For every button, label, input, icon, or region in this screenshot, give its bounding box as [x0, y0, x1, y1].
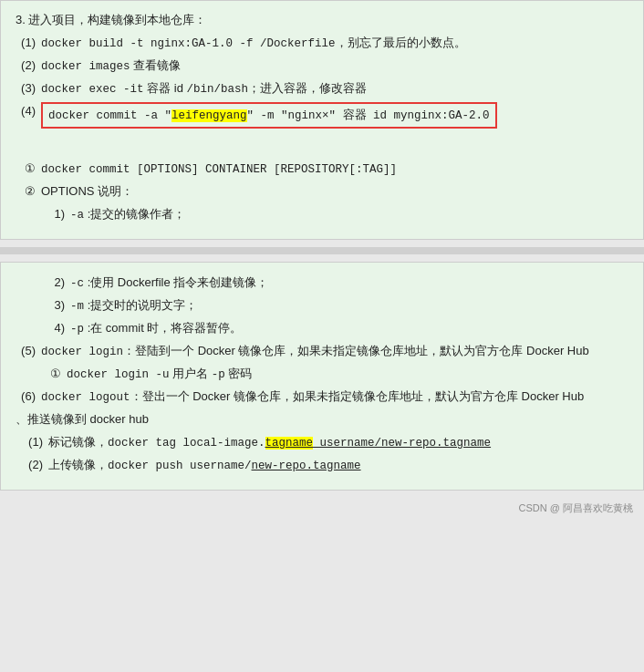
item-num: (4) — [16, 102, 41, 121]
sub-item-2: ② OPTIONS 说明： — [16, 182, 628, 202]
item-content: docker login：登陆到一个 Docker 镜像仓库，如果未指定镜像仓库… — [41, 342, 628, 361]
circle-num: ① — [41, 365, 67, 384]
bottom-item-5: (5) docker login：登陆到一个 Docker 镜像仓库，如果未指定… — [16, 342, 628, 361]
sub-content: -a :提交的镜像作者； — [70, 205, 628, 224]
bottom-item-3: 3) -m :提交时的说明文字； — [16, 296, 628, 315]
tagname-highlight: tagname — [265, 437, 314, 450]
sub-content: docker commit [OPTIONS] CONTAINER [REPOS… — [41, 160, 628, 179]
sub-item-1: ① docker commit [OPTIONS] CONTAINER [REP… — [16, 160, 628, 179]
highlighted-command: docker commit -a "leifengyang" -m "nginx… — [41, 102, 497, 129]
item-num: (6) — [16, 388, 41, 407]
item-content: 上传镜像，docker push username/new-repo.tagna… — [48, 456, 628, 475]
sub-content: OPTIONS 说明： — [41, 182, 628, 202]
item-content: docker build -t nginx:GA-1.0 -f /Dockerf… — [41, 34, 628, 53]
circle-num: ② — [16, 182, 41, 202]
bottom-item-2: 2) -c :使用 Dockerfile 指令来创建镜像； — [16, 274, 628, 293]
push-item-2: (2) 上传镜像，docker push username/new-repo.t… — [16, 456, 628, 475]
list-item-3: (3) docker exec -it 容器 id /bin/bash；进入容器… — [16, 79, 628, 98]
repo-underline: new-repo.tagname — [252, 460, 361, 472]
section-heading: 3. 进入项目，构建镜像到本地仓库： — [16, 12, 628, 28]
push-item-1: (1) 标记镜像，docker tag local-image.tagname … — [16, 433, 628, 452]
author-highlight: leifengyang — [171, 109, 247, 122]
bottom-card: 2) -c :使用 Dockerfile 指令来创建镜像； 3) -m :提交时… — [0, 262, 644, 491]
item-content-highlighted: docker commit -a "leifengyang" -m "nginx… — [41, 102, 628, 129]
footer-text: CSDN @ 阿昌喜欢吃黄桃 — [519, 502, 633, 513]
item-num: (2) — [23, 456, 48, 475]
item-content: -m :提交时的说明文字； — [70, 296, 628, 315]
item-content: docker exec -it 容器 id /bin/bash；进入容器，修改容… — [41, 79, 628, 98]
item-num: 3) — [45, 296, 70, 315]
bottom-item-5-sub: ① docker login -u 用户名 -p 密码 — [16, 365, 628, 384]
item-num: (2) — [16, 57, 41, 76]
top-card: 3. 进入项目，构建镜像到本地仓库： (1) docker build -t n… — [0, 0, 644, 240]
item-num: 2) — [45, 274, 70, 293]
username-underline: username/new-repo.tagname — [313, 437, 491, 450]
bottom-item-6: (6) docker logout：登出一个 Docker 镜像仓库，如果未指定… — [16, 388, 628, 407]
item-content: -c :使用 Dockerfile 指令来创建镜像； — [70, 274, 628, 293]
item-num: (1) — [16, 34, 41, 53]
item-content: 标记镜像，docker tag local-image.tagname user… — [48, 433, 628, 452]
item-num: 4) — [45, 319, 70, 338]
item-num: 1) — [45, 205, 70, 224]
circle-num: ① — [16, 160, 41, 179]
list-item-4: (4) docker commit -a "leifengyang" -m "n… — [16, 102, 628, 129]
footer: CSDN @ 阿昌喜欢吃黄桃 — [0, 498, 644, 519]
item-num: (1) — [23, 433, 48, 452]
item-content: docker images 查看镜像 — [41, 57, 628, 76]
item-num: (3) — [16, 79, 41, 98]
bottom-item-4: 4) -p :在 commit 时，将容器暂停。 — [16, 319, 628, 338]
list-item-1: (1) docker build -t nginx:GA-1.0 -f /Doc… — [16, 34, 628, 53]
push-heading: 、推送镜像到 docker hub — [16, 410, 628, 429]
sub-content: docker login -u 用户名 -p 密码 — [67, 365, 628, 384]
sub-item-2-1: 1) -a :提交的镜像作者； — [16, 205, 628, 224]
divider — [0, 247, 644, 254]
item-num: (5) — [16, 342, 41, 361]
item-content: docker logout：登出一个 Docker 镜像仓库，如果未指定镜像仓库… — [41, 388, 628, 407]
item-content: -p :在 commit 时，将容器暂停。 — [70, 319, 628, 338]
list-item-2: (2) docker images 查看镜像 — [16, 57, 628, 76]
push-heading-text: 、推送镜像到 docker hub — [16, 410, 628, 429]
